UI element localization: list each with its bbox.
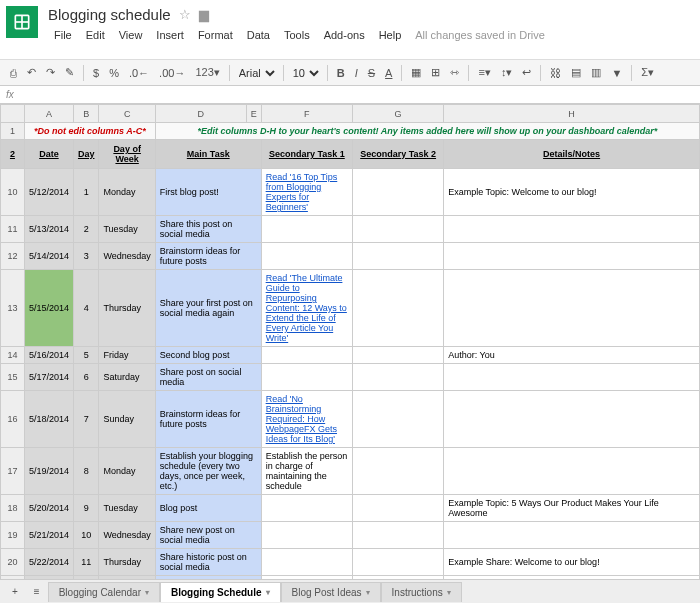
row-number[interactable]: 1 xyxy=(1,123,25,140)
cell[interactable] xyxy=(353,495,444,522)
cell[interactable]: 10 xyxy=(73,522,99,549)
cell[interactable] xyxy=(261,549,352,576)
cell[interactable]: Example Topic: Welcome to our blog! xyxy=(444,169,700,216)
fill-icon[interactable]: ▦ xyxy=(407,64,425,81)
cell[interactable] xyxy=(444,391,700,448)
row-number[interactable]: 10 xyxy=(1,169,25,216)
cell[interactable] xyxy=(261,243,352,270)
cell[interactable]: 5/18/2014 xyxy=(24,391,73,448)
italic-icon[interactable]: I xyxy=(351,65,362,81)
cell[interactable]: Friday xyxy=(99,347,155,364)
menu-file[interactable]: File xyxy=(48,27,78,43)
undo-icon[interactable]: ↶ xyxy=(23,64,40,81)
col-day[interactable]: Day xyxy=(73,140,99,169)
chart-icon[interactable]: ▥ xyxy=(587,64,605,81)
cell[interactable]: Read 'No Brainstorming Required: How Web… xyxy=(261,391,352,448)
more-formats[interactable]: 123▾ xyxy=(191,64,223,81)
row-number[interactable]: 16 xyxy=(1,391,25,448)
cell[interactable]: Blog post xyxy=(155,495,261,522)
cell[interactable]: Tuesday xyxy=(99,216,155,243)
cell[interactable]: Establish the person in charge of mainta… xyxy=(261,448,352,495)
cell[interactable]: Author: You xyxy=(444,347,700,364)
all-sheets-button[interactable]: ≡ xyxy=(26,582,48,601)
row-number[interactable]: 20 xyxy=(1,549,25,576)
col-header[interactable]: B xyxy=(73,105,99,123)
cell[interactable]: 5 xyxy=(73,347,99,364)
menu-format[interactable]: Format xyxy=(192,27,239,43)
wrap-icon[interactable]: ↩ xyxy=(518,64,535,81)
cell[interactable]: Share this post on social media xyxy=(155,216,261,243)
cell[interactable] xyxy=(261,347,352,364)
cell[interactable]: 6 xyxy=(73,364,99,391)
cell[interactable]: Share new post on social media xyxy=(155,522,261,549)
cell[interactable]: Monday xyxy=(99,448,155,495)
cell[interactable] xyxy=(353,448,444,495)
row-number[interactable]: 19 xyxy=(1,522,25,549)
cell[interactable]: 1 xyxy=(73,169,99,216)
cell[interactable]: 4 xyxy=(73,270,99,347)
cell[interactable]: Example Topic: 5 Ways Our Product Makes … xyxy=(444,495,700,522)
sheet-tab[interactable]: Blogging Calendar ▾ xyxy=(48,582,160,602)
cell[interactable]: 5/17/2014 xyxy=(24,364,73,391)
menu-data[interactable]: Data xyxy=(241,27,276,43)
cell[interactable]: Wednesday xyxy=(99,522,155,549)
cell[interactable]: First blog post! xyxy=(155,169,261,216)
cell[interactable]: 3 xyxy=(73,243,99,270)
cell[interactable] xyxy=(261,522,352,549)
col-header[interactable]: G xyxy=(353,105,444,123)
cell[interactable]: 11 xyxy=(73,549,99,576)
cell[interactable] xyxy=(444,216,700,243)
cell[interactable] xyxy=(444,364,700,391)
cell[interactable] xyxy=(261,364,352,391)
cell[interactable] xyxy=(353,169,444,216)
paint-icon[interactable]: ✎ xyxy=(61,64,78,81)
cell[interactable]: 5/15/2014 xyxy=(24,270,73,347)
menu-tools[interactable]: Tools xyxy=(278,27,316,43)
inc-dec-icon[interactable]: .00→ xyxy=(155,65,189,81)
cell[interactable]: 5/16/2014 xyxy=(24,347,73,364)
sheet-tab[interactable]: Blogging Schedule ▾ xyxy=(160,582,281,602)
cell[interactable]: 5/21/2014 xyxy=(24,522,73,549)
redo-icon[interactable]: ↷ xyxy=(42,64,59,81)
cell[interactable]: Share post on social media xyxy=(155,364,261,391)
cell[interactable]: 5/12/2014 xyxy=(24,169,73,216)
menu-edit[interactable]: Edit xyxy=(80,27,111,43)
row-number[interactable]: 11 xyxy=(1,216,25,243)
menu-view[interactable]: View xyxy=(113,27,149,43)
cell[interactable]: 5/20/2014 xyxy=(24,495,73,522)
text-color-icon[interactable]: A xyxy=(381,65,396,81)
cell[interactable]: 5/14/2014 xyxy=(24,243,73,270)
filter-icon[interactable]: ▼ xyxy=(607,65,626,81)
cell[interactable] xyxy=(353,364,444,391)
menu-insert[interactable]: Insert xyxy=(150,27,190,43)
cell[interactable] xyxy=(353,270,444,347)
col-header[interactable]: H xyxy=(444,105,700,123)
cell[interactable]: Brainstorm ideas for future posts xyxy=(155,391,261,448)
cell[interactable]: 5/22/2014 xyxy=(24,549,73,576)
sheet-tab[interactable]: Blog Post Ideas ▾ xyxy=(281,582,381,602)
row-number[interactable]: 13 xyxy=(1,270,25,347)
cell[interactable]: 5/19/2014 xyxy=(24,448,73,495)
dec-dec-icon[interactable]: .0← xyxy=(125,65,153,81)
col-dow[interactable]: Day of Week xyxy=(99,140,155,169)
menu-add-ons[interactable]: Add-ons xyxy=(318,27,371,43)
currency-icon[interactable]: $ xyxy=(89,65,103,81)
cell[interactable]: Brainstorm ideas for future posts xyxy=(155,243,261,270)
cell[interactable]: 5/13/2014 xyxy=(24,216,73,243)
row-number[interactable]: 2 xyxy=(1,140,25,169)
cell[interactable]: Saturday xyxy=(99,364,155,391)
row-number[interactable]: 18 xyxy=(1,495,25,522)
cell[interactable] xyxy=(353,216,444,243)
link-icon[interactable]: ⛓ xyxy=(546,65,565,81)
folder-icon[interactable]: ▆ xyxy=(199,7,209,22)
cell[interactable]: Share historic post on social media xyxy=(155,549,261,576)
doc-title[interactable]: Blogging schedule xyxy=(48,6,171,23)
cell[interactable]: Second blog post xyxy=(155,347,261,364)
col-notes[interactable]: Details/Notes xyxy=(444,140,700,169)
cell[interactable] xyxy=(444,522,700,549)
percent-icon[interactable]: % xyxy=(105,65,123,81)
col-header[interactable]: D xyxy=(155,105,246,123)
star-icon[interactable]: ☆ xyxy=(179,7,191,22)
cell[interactable] xyxy=(353,549,444,576)
warn-banner[interactable]: *Do not edit columns A-C* xyxy=(24,123,155,140)
